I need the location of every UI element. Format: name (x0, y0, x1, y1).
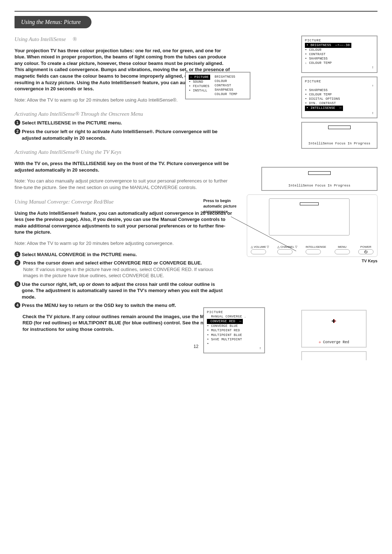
osd-item: CONVERGE BLUE (211, 324, 238, 328)
section-tab: Using the Menus: Picture (15, 16, 91, 28)
osd-title: PICTURE (305, 79, 374, 84)
osd-item: MULTIPOINT BLUE (211, 333, 242, 337)
osd-brightness-value: 30 (346, 44, 350, 47)
osd-item: CONTRAST (215, 83, 237, 88)
osd-item-selected: INTELLISENSE (310, 106, 335, 110)
osd-item: MULTIPOINT RED (211, 329, 240, 332)
osd-manual-converge: PICTURE MANUAL CONVERGE . CONVERGE RED ↔… (203, 307, 265, 353)
manual-step-2a: Press the cursor down and select either … (23, 260, 202, 266)
osd-item: COLOUR TEMP (309, 93, 332, 97)
osd-item: MANUAL CONVERGE . (211, 315, 246, 319)
osd-item: SHARPNESS (309, 57, 327, 61)
osd-item: CONTRAST (309, 53, 326, 56)
converge-caption: Converge Red (323, 340, 349, 344)
step-number-icon: 2 (15, 260, 20, 266)
osd-item: INSTALL (193, 89, 207, 93)
osd-title: PICTURE (305, 38, 374, 43)
osd-item: COLOUR (215, 79, 237, 83)
osd-item: COLOUR TEMP (215, 92, 237, 97)
subhead-activating-menu: Activating Auto IntelliSense® Through th… (15, 110, 232, 118)
tv-key-intellisense[interactable]: INTELLISENSE (306, 245, 326, 249)
manual-bold: Using the Auto IntelliSense® feature, yo… (15, 210, 232, 235)
step-number-icon: 1 (15, 251, 20, 257)
step-1-text: Select INTELLISENSE in the PICTURE menu. (22, 120, 225, 126)
progress-text: IntelliSense Focus In Progress (305, 141, 374, 146)
progress-text: IntelliSense Focus In Progress (265, 184, 374, 188)
osd-main-sel: PICTURE (194, 75, 209, 79)
manual-step-1: Select MANUAL CONVERGE in the PICTURE me… (22, 251, 225, 258)
manual-step-2b: Note: If various images in the picture h… (23, 267, 213, 279)
osd-item: FEATURES (193, 85, 209, 88)
manual-step-3: Use the cursor right, left, up or down t… (22, 281, 225, 300)
osd-progress-1: IntelliSense Focus In Progress (301, 122, 377, 149)
osd-picture-brightness: PICTURE • BRIGHTNESS —+——·30 • COLOUR • … (301, 36, 377, 73)
step-number-icon: 3 (15, 281, 20, 287)
osd-item: COLOUR (309, 48, 321, 52)
tv-key-menu[interactable]: MENU (335, 245, 350, 249)
osd-item: DIGITAL OPTIONS (309, 97, 340, 101)
osd-item: BRIGHTNESS (215, 75, 237, 79)
osd-item: DYN. CONTRAST (309, 102, 336, 105)
subhead-manual-converge: Using Manual Converge: Converge Red/Blue (15, 198, 232, 205)
osd-item: SHARPNESS (309, 89, 327, 92)
tvkeys-bold: With the TV on, press the INTELLISENSE k… (15, 160, 232, 173)
converge-red-preview-2: + ✢ Converge Red (301, 351, 367, 360)
osd-item: SAVE MULTIPOINT (211, 338, 242, 341)
step-number-icon: 4 (15, 302, 20, 308)
subhead-using-auto: Using Auto IntelliSense ® (15, 36, 232, 43)
tv-front-panel: △ VOLUME ▽ △ CHANNEL ▽ INTELLISENSE MENU (247, 194, 377, 257)
converge-red-preview-1: ++ ✢ Converge Red (301, 310, 367, 348)
annotation-press-to-begin: Press to begin automatic picture converg… (203, 198, 243, 214)
osd-item: SOUND (193, 80, 203, 84)
manual-step-4: Press the MENU key to return or the OSD … (22, 302, 225, 309)
svg-line-0 (231, 217, 296, 251)
manual-tail: Check the TV picture. If any colour outl… (23, 313, 232, 333)
osd-brightness-label: BRIGHTNESS (310, 44, 331, 47)
osd-item: COLOUR TEMP (309, 61, 332, 65)
osd-item-selected: CONVERGE RED (211, 320, 235, 323)
step-number-icon: 1 (15, 120, 20, 126)
osd-main-menu: ↔ PICTURE • SOUND • FEATURES • INSTALL B… (185, 72, 250, 100)
tv-key-power[interactable]: POWER (358, 245, 373, 249)
tvkeys-note: Note: You can also manually adjust pictu… (15, 178, 232, 190)
osd-progress-2: IntelliSense Focus In Progress (261, 167, 377, 191)
step-number-icon: 2 (15, 128, 20, 134)
manual-note: Note: Allow the TV to warm up for 20 min… (15, 240, 232, 247)
right-graphics-column: PICTURE • BRIGHTNESS —+——·30 • COLOUR • … (247, 36, 377, 360)
arrow-line-icon (231, 217, 303, 257)
subhead-activating-keys: Activating Auto IntelliSense® Using the … (15, 148, 232, 156)
osd-title: PICTURE (207, 310, 261, 315)
osd-item: SHARPNESS (215, 88, 237, 92)
step-2-text: Press the cursor left or right to activa… (22, 128, 225, 141)
osd-picture-intellisense: PICTURE ↑ • SHARPNESS • COLOUR TEMP • DI… (301, 77, 377, 118)
tv-keys-caption: TV Keys (247, 258, 377, 264)
